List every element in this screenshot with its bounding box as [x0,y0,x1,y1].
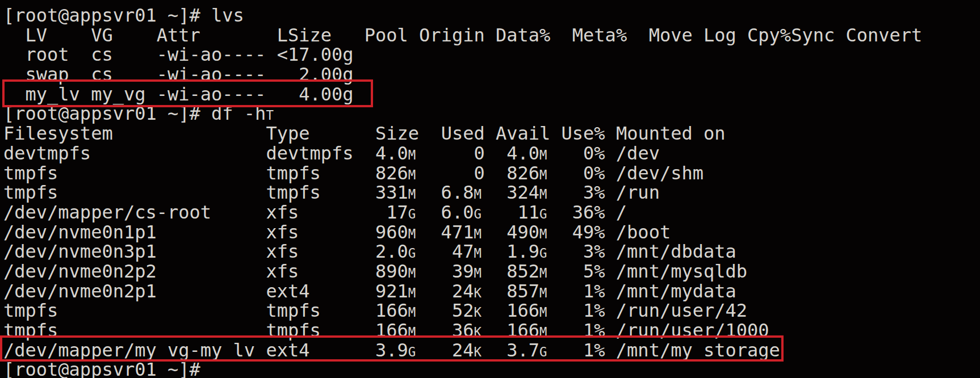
size-unit: M [408,165,419,185]
size-unit: G [539,204,550,224]
size-unit: K [474,283,484,303]
size-unit: M [474,184,484,204]
size-unit: M [408,145,419,165]
size-unit: M [539,283,550,303]
command-lvs: lvs [211,5,244,26]
size-unit: G [408,342,419,362]
size-unit: M [539,184,550,204]
df-row-6: /dev/nvme0n2p2 xfs 890M 39M 852M 5% /mnt… [3,262,980,282]
terminal[interactable]: [root@appsvr01 ~]# lvs LV VG Attr LSize … [0,0,980,378]
size-unit: M [539,303,550,322]
size-unit: M [474,243,484,263]
df-header-row: Filesystem Type Size Used Avail Use% Mou… [3,124,980,144]
df-row-1: tmpfs tmpfs 826M 0 826M 0% /dev/shm [3,163,980,183]
size-unit: M [408,322,419,342]
df-row-8: tmpfs tmpfs 166M 52K 166M 1% /run/user/4… [3,301,980,321]
command-df: df -hT [211,103,277,124]
size-unit: K [474,322,484,342]
lvs-row-0: root cs -wi-ao---- <17.00g [3,45,980,65]
size-unit: M [408,184,419,204]
size-unit: G [539,342,550,362]
df-row-4: /dev/nvme0n1p1 xfs 960M 471M 490M 49% /b… [3,222,980,242]
size-unit: G [539,243,550,263]
size-unit: K [474,303,484,322]
size-unit: M [539,263,550,283]
size-unit: M [539,322,550,342]
shell-prompt: [root@appsvr01 ~]# [3,5,200,26]
df-row-3: /dev/mapper/cs-root xfs 17G 6.0G 11G 36%… [3,203,980,222]
size-unit: M [408,303,419,322]
size-unit: M [408,263,419,283]
size-unit: M [539,165,550,185]
size-unit: M [539,145,550,165]
size-unit: G [408,243,419,263]
df-row-2: tmpfs tmpfs 331M 6.8M 324M 3% /run [3,183,980,203]
size-unit: M [408,224,419,244]
size-unit: M [408,283,419,303]
df-row-5: /dev/nvme0n3p1 xfs 2.0G 47M 1.9G 3% /mnt… [3,242,980,262]
size-unit: M [474,263,484,283]
prompt-line-df: [root@appsvr01 ~]# df -hT [3,104,980,124]
shell-prompt: [root@appsvr01 ~]# [3,359,200,378]
prompt-line-lvs: [root@appsvr01 ~]# lvs [3,6,980,26]
df-row-10-highlighted: /dev/mapper/my_vg-my_lv ext4 3.9G 24K 3.… [3,341,980,360]
shell-prompt: [root@appsvr01 ~]# [3,103,200,124]
prompt-line-final: [root@appsvr01 ~]# [3,360,980,378]
size-unit: M [539,224,550,244]
size-unit: M [474,224,484,244]
size-unit: G [474,204,484,224]
df-row-7: /dev/nvme0n2p1 ext4 921M 24K 857M 1% /mn… [3,282,980,301]
lvs-row-1: swap cs -wi-ao---- 2.00g [3,65,980,85]
lvs-row-2-highlighted: my_lv my_vg -wi-ao---- 4.00g [3,85,980,104]
size-unit: G [408,204,419,224]
size-unit: K [474,342,484,362]
lvs-header-row: LV VG Attr LSize Pool Origin Data% Meta%… [3,26,980,45]
df-row-9: tmpfs tmpfs 166M 36K 166M 1% /run/user/1… [3,321,980,341]
df-row-0: devtmpfs devtmpfs 4.0M 0 4.0M 0% /dev [3,144,980,163]
